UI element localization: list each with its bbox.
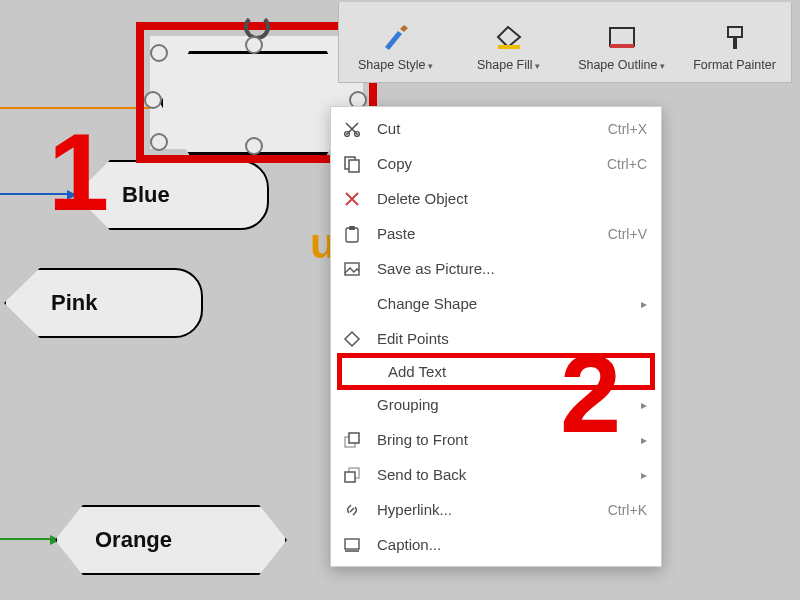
shape-style-label: Shape Style <box>358 58 433 72</box>
brush-icon <box>378 24 414 52</box>
flow-shape-pink[interactable]: Pink <box>4 268 203 338</box>
shape-fill-label: Shape Fill <box>477 58 540 72</box>
menu-delete-object[interactable]: Delete Object <box>331 181 661 216</box>
svg-rect-13 <box>349 433 359 443</box>
resize-handle[interactable] <box>144 91 162 109</box>
menu-send-to-back[interactable]: Send to Back <box>331 457 661 492</box>
scissors-icon <box>341 118 363 140</box>
menu-copy[interactable]: Copy Ctrl+C <box>331 146 661 181</box>
caption-icon <box>341 534 363 556</box>
outline-icon <box>604 24 640 52</box>
menu-cut[interactable]: Cut Ctrl+X <box>331 111 661 146</box>
format-painter-button[interactable]: Format Painter <box>678 2 791 82</box>
svg-rect-9 <box>346 228 358 242</box>
shortcut-text: Ctrl+C <box>607 156 647 172</box>
svg-rect-10 <box>349 226 355 230</box>
format-painter-icon <box>717 24 753 52</box>
format-painter-label: Format Painter <box>693 58 776 72</box>
shape-style-button[interactable]: Shape Style <box>339 2 452 82</box>
menu-caption[interactable]: Caption... <box>331 527 661 562</box>
shortcut-text: Ctrl+X <box>608 121 647 137</box>
shape-outline-label: Shape Outline <box>578 58 665 72</box>
svg-rect-2 <box>610 44 634 48</box>
shape-outline-button[interactable]: Shape Outline <box>565 2 678 82</box>
bucket-icon <box>491 24 527 52</box>
image-icon <box>341 258 363 280</box>
svg-rect-15 <box>345 472 355 482</box>
bring-front-icon <box>341 429 363 451</box>
resize-handle[interactable] <box>150 133 168 151</box>
svg-rect-0 <box>498 45 520 49</box>
shape-toolbar: Shape Style Shape Fill Shape Outline <box>338 2 792 83</box>
menu-paste[interactable]: Paste Ctrl+V <box>331 216 661 251</box>
resize-handle[interactable] <box>245 137 263 155</box>
shape-label: Blue <box>122 182 170 208</box>
delete-icon <box>341 188 363 210</box>
svg-rect-8 <box>349 160 359 172</box>
shape-label: Orange <box>95 527 172 553</box>
resize-handle[interactable] <box>245 36 263 54</box>
connector-arrow <box>0 538 58 540</box>
resize-handle[interactable] <box>150 44 168 62</box>
paste-icon <box>341 223 363 245</box>
svg-rect-16 <box>345 539 359 549</box>
svg-rect-4 <box>733 37 737 49</box>
menu-save-as-picture[interactable]: Save as Picture... <box>331 251 661 286</box>
send-back-icon <box>341 464 363 486</box>
link-icon <box>341 499 363 521</box>
shortcut-text: Ctrl+V <box>608 226 647 242</box>
shortcut-text: Ctrl+K <box>608 502 647 518</box>
menu-hyperlink[interactable]: Hyperlink... Ctrl+K <box>331 492 661 527</box>
shape-label: Pink <box>51 290 97 316</box>
flow-shape-orange[interactable]: Orange <box>55 505 287 575</box>
shape-fill-button[interactable]: Shape Fill <box>452 2 565 82</box>
annotation-step-1: 1 <box>48 108 109 235</box>
menu-change-shape[interactable]: Change Shape <box>331 286 661 321</box>
svg-rect-1 <box>610 28 634 46</box>
svg-rect-3 <box>728 27 742 37</box>
copy-icon <box>341 153 363 175</box>
edit-points-icon <box>341 328 363 350</box>
annotation-step-2: 2 <box>560 330 621 457</box>
